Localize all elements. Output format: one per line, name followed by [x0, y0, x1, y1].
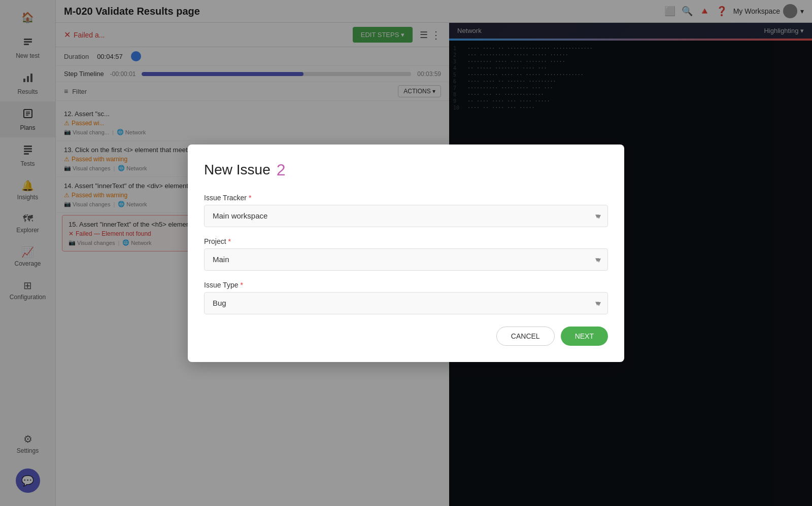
project-select-wrapper: Main ▾	[204, 248, 608, 271]
project-value: Main	[213, 255, 229, 264]
modal-title: New Issue 2	[204, 161, 608, 179]
chevron-down-icon: ▾	[595, 211, 599, 221]
next-button[interactable]: NEXT	[561, 327, 608, 346]
issue-type-label: Issue Type *	[204, 281, 608, 289]
cancel-button[interactable]: CANCEL	[496, 327, 555, 346]
required-star: *	[240, 281, 243, 289]
modal-title-text: New Issue	[204, 162, 270, 178]
project-label: Project *	[204, 237, 608, 245]
modal-actions: CANCEL NEXT	[204, 327, 608, 346]
issue-tracker-value: Main workspace	[213, 211, 267, 220]
modal-overlay: New Issue 2 Issue Tracker * Main workspa…	[0, 0, 812, 506]
issue-tracker-select[interactable]: Main workspace ▾	[204, 205, 608, 227]
issue-tracker-label: Issue Tracker *	[204, 194, 608, 202]
chevron-down-icon: ▾	[595, 255, 599, 264]
issue-type-group: Issue Type * Bug ▾	[204, 281, 608, 314]
new-issue-modal: New Issue 2 Issue Tracker * Main workspa…	[188, 144, 624, 362]
chevron-down-icon: ▾	[595, 299, 599, 308]
required-star: *	[228, 237, 231, 245]
modal-step-number: 2	[277, 161, 286, 179]
issue-tracker-select-wrapper: Main workspace ▾	[204, 205, 608, 227]
issue-type-select-wrapper: Bug ▾	[204, 292, 608, 314]
required-star: *	[249, 194, 251, 202]
project-group: Project * Main ▾	[204, 237, 608, 271]
issue-type-value: Bug	[213, 299, 226, 307]
issue-tracker-group: Issue Tracker * Main workspace ▾	[204, 194, 608, 227]
project-select[interactable]: Main ▾	[204, 248, 608, 271]
issue-type-select[interactable]: Bug ▾	[204, 292, 608, 314]
